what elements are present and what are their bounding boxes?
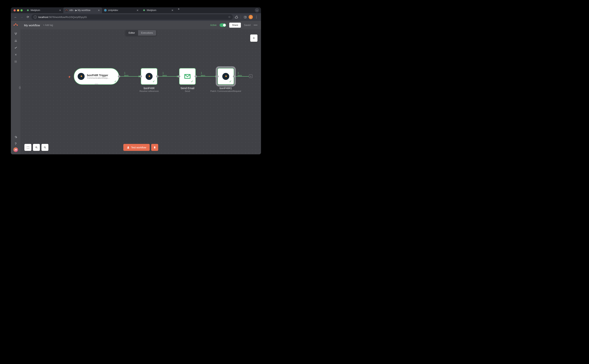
- svg-point-13: [15, 47, 16, 48]
- sidebar-item-workflows[interactable]: [12, 30, 20, 37]
- site-info-icon[interactable]: i: [34, 15, 37, 19]
- sidebar-item-team[interactable]: [12, 37, 20, 44]
- workflow-menu-button[interactable]: •••: [254, 23, 258, 27]
- browser-tab[interactable]: Medplum ✕: [141, 7, 176, 13]
- svg-rect-10: [15, 34, 16, 35]
- svg-point-12: [16, 40, 17, 41]
- add-node-button[interactable]: +: [250, 34, 258, 42]
- n8n-logo-icon[interactable]: [13, 22, 18, 28]
- svg-rect-9: [16, 32, 17, 33]
- sidebar-item-help[interactable]: ?: [12, 140, 20, 147]
- back-button[interactable]: ←: [13, 14, 18, 20]
- node-subtitle: CommunicationRequ...: [87, 77, 110, 79]
- maximize-window-button[interactable]: [20, 9, 23, 11]
- node-title: bonFHIR Trigger: [87, 74, 110, 77]
- active-toggle[interactable]: [220, 23, 226, 27]
- node-success-check-icon: ✓: [153, 80, 155, 83]
- url-field[interactable]: i localhost:5678/workflow/Rx1lSQoryIlDyq…: [31, 14, 233, 20]
- connector[interactable]: [159, 76, 178, 77]
- close-tab-button[interactable]: ✕: [97, 9, 100, 12]
- node-label: Send Email Send: [168, 87, 207, 92]
- reload-button[interactable]: ⟳: [25, 14, 31, 20]
- delete-button[interactable]: [151, 144, 158, 151]
- zoom-in-button[interactable]: [33, 144, 40, 151]
- new-tab-button[interactable]: +: [176, 7, 181, 13]
- input-port[interactable]: [178, 75, 180, 78]
- tab-title: Medplum: [31, 9, 59, 12]
- browser-tab[interactable]: Medplum ✕: [25, 7, 63, 13]
- tab-executions[interactable]: Executions: [138, 30, 156, 36]
- connector[interactable]: [235, 76, 249, 77]
- url-path: :5678/workflow/Rx1lSQoryIlDyqJG: [48, 16, 87, 19]
- window-controls: [12, 9, 25, 11]
- node-send-email[interactable]: ✓ Send Email Send: [179, 68, 196, 85]
- user-avatar[interactable]: JB: [13, 147, 18, 152]
- svg-line-22: [37, 148, 37, 148]
- close-tab-button[interactable]: ✕: [59, 9, 61, 12]
- favicon-n8n-icon: [65, 9, 68, 12]
- svg-rect-3: [244, 16, 246, 18]
- node-subtitle: Patch: CommunicationRequest: [206, 90, 245, 92]
- output-port[interactable]: [118, 75, 120, 78]
- sidebar-item-credentials[interactable]: [12, 44, 20, 51]
- tab-title: Medplum: [147, 9, 171, 12]
- close-window-button[interactable]: [13, 9, 16, 11]
- footer-actions: Test workflow: [123, 144, 158, 151]
- node-bonfhir-trigger[interactable]: bonFHIR Trigger CommunicationRequ... ✓: [74, 68, 119, 85]
- extensions-icon[interactable]: [234, 14, 239, 20]
- node-label: bonFHIR Resolve references: [130, 87, 168, 92]
- profile-avatar[interactable]: J: [249, 15, 253, 19]
- svg-point-2: [67, 10, 68, 11]
- sidebar-item-checklist[interactable]: [12, 58, 20, 65]
- trash-icon: [153, 146, 156, 149]
- tab-overflow-button[interactable]: ⌄: [255, 8, 259, 12]
- tab-editor[interactable]: Editor: [126, 30, 138, 36]
- browser-tab[interactable]: n8n - ▶ My workflow ✕: [63, 7, 102, 13]
- node-subtitle: Resolve references: [130, 90, 168, 92]
- saved-status: Saved: [244, 24, 251, 26]
- drag-handle[interactable]: [95, 84, 98, 84]
- input-port[interactable]: [140, 75, 142, 78]
- sidebar-item-settings[interactable]: [12, 133, 20, 140]
- svg-rect-8: [14, 32, 15, 33]
- sidebar-item-variables[interactable]: [12, 51, 20, 58]
- input-port[interactable]: [216, 75, 219, 78]
- connector[interactable]: [197, 76, 216, 77]
- add-tag-button[interactable]: + Add tag: [43, 24, 53, 26]
- output-port[interactable]: [156, 75, 159, 78]
- svg-point-1: [67, 9, 67, 10]
- minimize-window-button[interactable]: [17, 9, 19, 11]
- node-bonfhir[interactable]: ✓ bonFHIR Resolve references: [141, 68, 157, 85]
- app-header: My workflow + Add tag Active Share Saved…: [20, 21, 261, 29]
- workflow-canvas[interactable]: Editor Executions + bonF: [20, 29, 261, 154]
- browser-menu-icon[interactable]: ⋮: [254, 14, 259, 20]
- fullscreen-button[interactable]: [24, 144, 31, 151]
- node-title: bonFHIR: [130, 87, 168, 90]
- zoom-out-button[interactable]: [41, 144, 48, 151]
- side-panel-icon[interactable]: [242, 14, 248, 20]
- bookmark-star-icon[interactable]: ☆: [228, 15, 231, 19]
- share-button[interactable]: Share: [229, 23, 241, 28]
- node-success-check-icon: ✓: [114, 80, 117, 83]
- connector[interactable]: [120, 76, 140, 77]
- view-tabs: Editor Executions: [126, 30, 156, 36]
- node-label: bonFHIR1 Patch: CommunicationRequest: [206, 87, 245, 92]
- output-port[interactable]: [233, 75, 235, 78]
- browser-tab[interactable]: 🌐 smtp4dev ✕: [102, 7, 141, 13]
- node-subtitle: Send: [168, 90, 207, 92]
- url-text: localhost:5678/workflow/Rx1lSQoryIlDyqJG: [38, 16, 87, 19]
- test-workflow-label: Test workflow: [131, 146, 146, 149]
- workflow-name[interactable]: My workflow: [24, 24, 40, 27]
- svg-point-17: [15, 61, 15, 61]
- favicon-medplum-icon: [143, 9, 145, 12]
- close-tab-button[interactable]: ✕: [136, 9, 139, 12]
- add-connection-button[interactable]: +: [249, 74, 253, 78]
- close-tab-button[interactable]: ✕: [171, 9, 174, 12]
- test-workflow-button[interactable]: Test workflow: [123, 144, 150, 151]
- active-label: Active: [210, 24, 216, 26]
- canvas-controls: [24, 144, 48, 151]
- node-bonfhir1[interactable]: ✓ bonFHIR1 Patch: CommunicationRequest: [217, 68, 234, 85]
- svg-point-19: [15, 62, 15, 62]
- output-port[interactable]: [194, 75, 197, 78]
- forward-button[interactable]: →: [19, 14, 24, 20]
